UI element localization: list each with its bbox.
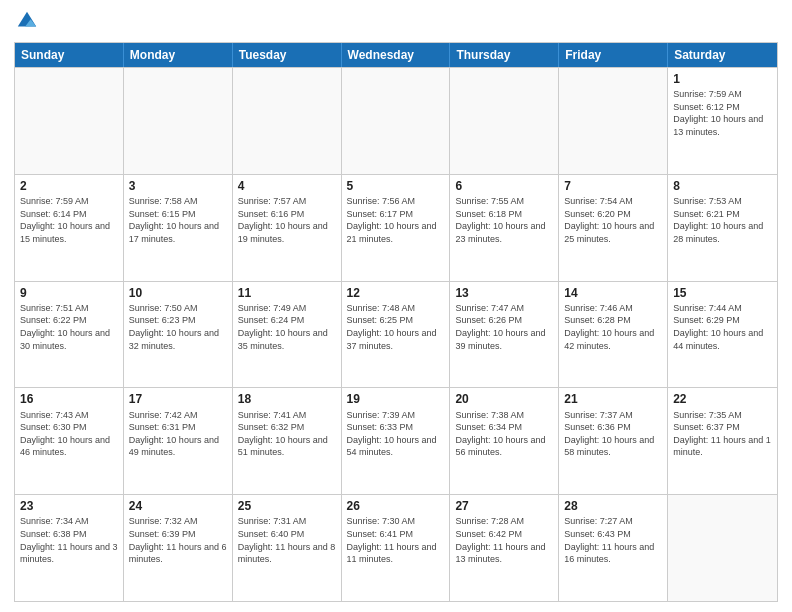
cal-header-tuesday: Tuesday	[233, 43, 342, 67]
cal-cell	[450, 68, 559, 174]
day-number: 5	[347, 178, 445, 194]
cal-cell: 4Sunrise: 7:57 AM Sunset: 6:16 PM Daylig…	[233, 175, 342, 281]
day-number: 6	[455, 178, 553, 194]
cal-cell: 10Sunrise: 7:50 AM Sunset: 6:23 PM Dayli…	[124, 282, 233, 388]
cell-text: Sunrise: 7:32 AM Sunset: 6:39 PM Dayligh…	[129, 515, 227, 565]
cal-cell: 18Sunrise: 7:41 AM Sunset: 6:32 PM Dayli…	[233, 388, 342, 494]
cell-text: Sunrise: 7:43 AM Sunset: 6:30 PM Dayligh…	[20, 409, 118, 459]
cal-cell: 5Sunrise: 7:56 AM Sunset: 6:17 PM Daylig…	[342, 175, 451, 281]
cal-header-monday: Monday	[124, 43, 233, 67]
header	[14, 10, 778, 36]
cell-text: Sunrise: 7:27 AM Sunset: 6:43 PM Dayligh…	[564, 515, 662, 565]
day-number: 13	[455, 285, 553, 301]
logo	[14, 10, 38, 36]
cal-cell: 6Sunrise: 7:55 AM Sunset: 6:18 PM Daylig…	[450, 175, 559, 281]
day-number: 25	[238, 498, 336, 514]
day-number: 24	[129, 498, 227, 514]
cell-text: Sunrise: 7:35 AM Sunset: 6:37 PM Dayligh…	[673, 409, 772, 459]
day-number: 11	[238, 285, 336, 301]
day-number: 16	[20, 391, 118, 407]
cell-text: Sunrise: 7:46 AM Sunset: 6:28 PM Dayligh…	[564, 302, 662, 352]
cell-text: Sunrise: 7:53 AM Sunset: 6:21 PM Dayligh…	[673, 195, 772, 245]
cal-cell: 3Sunrise: 7:58 AM Sunset: 6:15 PM Daylig…	[124, 175, 233, 281]
cal-week-2: 2Sunrise: 7:59 AM Sunset: 6:14 PM Daylig…	[15, 174, 777, 281]
cal-cell	[342, 68, 451, 174]
cal-cell: 22Sunrise: 7:35 AM Sunset: 6:37 PM Dayli…	[668, 388, 777, 494]
cell-text: Sunrise: 7:49 AM Sunset: 6:24 PM Dayligh…	[238, 302, 336, 352]
page: SundayMondayTuesdayWednesdayThursdayFrid…	[0, 0, 792, 612]
cell-text: Sunrise: 7:55 AM Sunset: 6:18 PM Dayligh…	[455, 195, 553, 245]
cal-cell: 19Sunrise: 7:39 AM Sunset: 6:33 PM Dayli…	[342, 388, 451, 494]
day-number: 4	[238, 178, 336, 194]
day-number: 14	[564, 285, 662, 301]
cal-cell: 20Sunrise: 7:38 AM Sunset: 6:34 PM Dayli…	[450, 388, 559, 494]
day-number: 22	[673, 391, 772, 407]
cal-cell: 16Sunrise: 7:43 AM Sunset: 6:30 PM Dayli…	[15, 388, 124, 494]
day-number: 1	[673, 71, 772, 87]
cal-cell: 8Sunrise: 7:53 AM Sunset: 6:21 PM Daylig…	[668, 175, 777, 281]
cal-cell: 23Sunrise: 7:34 AM Sunset: 6:38 PM Dayli…	[15, 495, 124, 601]
day-number: 20	[455, 391, 553, 407]
cell-text: Sunrise: 7:58 AM Sunset: 6:15 PM Dayligh…	[129, 195, 227, 245]
cell-text: Sunrise: 7:28 AM Sunset: 6:42 PM Dayligh…	[455, 515, 553, 565]
cal-header-saturday: Saturday	[668, 43, 777, 67]
calendar-header-row: SundayMondayTuesdayWednesdayThursdayFrid…	[15, 43, 777, 67]
cell-text: Sunrise: 7:59 AM Sunset: 6:12 PM Dayligh…	[673, 88, 772, 138]
cal-cell: 1Sunrise: 7:59 AM Sunset: 6:12 PM Daylig…	[668, 68, 777, 174]
cell-text: Sunrise: 7:50 AM Sunset: 6:23 PM Dayligh…	[129, 302, 227, 352]
cal-cell: 17Sunrise: 7:42 AM Sunset: 6:31 PM Dayli…	[124, 388, 233, 494]
cell-text: Sunrise: 7:59 AM Sunset: 6:14 PM Dayligh…	[20, 195, 118, 245]
day-number: 3	[129, 178, 227, 194]
cal-cell: 12Sunrise: 7:48 AM Sunset: 6:25 PM Dayli…	[342, 282, 451, 388]
cell-text: Sunrise: 7:57 AM Sunset: 6:16 PM Dayligh…	[238, 195, 336, 245]
cal-cell: 28Sunrise: 7:27 AM Sunset: 6:43 PM Dayli…	[559, 495, 668, 601]
day-number: 27	[455, 498, 553, 514]
cal-cell: 24Sunrise: 7:32 AM Sunset: 6:39 PM Dayli…	[124, 495, 233, 601]
cal-cell: 9Sunrise: 7:51 AM Sunset: 6:22 PM Daylig…	[15, 282, 124, 388]
day-number: 8	[673, 178, 772, 194]
cal-cell: 26Sunrise: 7:30 AM Sunset: 6:41 PM Dayli…	[342, 495, 451, 601]
calendar: SundayMondayTuesdayWednesdayThursdayFrid…	[14, 42, 778, 602]
day-number: 19	[347, 391, 445, 407]
day-number: 23	[20, 498, 118, 514]
logo-icon	[16, 10, 38, 32]
cell-text: Sunrise: 7:48 AM Sunset: 6:25 PM Dayligh…	[347, 302, 445, 352]
cell-text: Sunrise: 7:38 AM Sunset: 6:34 PM Dayligh…	[455, 409, 553, 459]
cell-text: Sunrise: 7:37 AM Sunset: 6:36 PM Dayligh…	[564, 409, 662, 459]
cal-header-friday: Friday	[559, 43, 668, 67]
cell-text: Sunrise: 7:31 AM Sunset: 6:40 PM Dayligh…	[238, 515, 336, 565]
cal-week-5: 23Sunrise: 7:34 AM Sunset: 6:38 PM Dayli…	[15, 494, 777, 601]
day-number: 2	[20, 178, 118, 194]
cal-cell: 13Sunrise: 7:47 AM Sunset: 6:26 PM Dayli…	[450, 282, 559, 388]
day-number: 17	[129, 391, 227, 407]
cal-cell	[233, 68, 342, 174]
cal-cell: 2Sunrise: 7:59 AM Sunset: 6:14 PM Daylig…	[15, 175, 124, 281]
cell-text: Sunrise: 7:30 AM Sunset: 6:41 PM Dayligh…	[347, 515, 445, 565]
cell-text: Sunrise: 7:54 AM Sunset: 6:20 PM Dayligh…	[564, 195, 662, 245]
cal-header-sunday: Sunday	[15, 43, 124, 67]
cell-text: Sunrise: 7:39 AM Sunset: 6:33 PM Dayligh…	[347, 409, 445, 459]
cal-cell: 7Sunrise: 7:54 AM Sunset: 6:20 PM Daylig…	[559, 175, 668, 281]
day-number: 21	[564, 391, 662, 407]
cal-cell: 25Sunrise: 7:31 AM Sunset: 6:40 PM Dayli…	[233, 495, 342, 601]
cal-cell	[124, 68, 233, 174]
day-number: 7	[564, 178, 662, 194]
cal-cell: 11Sunrise: 7:49 AM Sunset: 6:24 PM Dayli…	[233, 282, 342, 388]
cal-cell: 15Sunrise: 7:44 AM Sunset: 6:29 PM Dayli…	[668, 282, 777, 388]
cal-cell: 27Sunrise: 7:28 AM Sunset: 6:42 PM Dayli…	[450, 495, 559, 601]
day-number: 10	[129, 285, 227, 301]
cell-text: Sunrise: 7:51 AM Sunset: 6:22 PM Dayligh…	[20, 302, 118, 352]
calendar-body: 1Sunrise: 7:59 AM Sunset: 6:12 PM Daylig…	[15, 67, 777, 601]
day-number: 12	[347, 285, 445, 301]
cell-text: Sunrise: 7:42 AM Sunset: 6:31 PM Dayligh…	[129, 409, 227, 459]
cal-cell	[668, 495, 777, 601]
cal-cell	[15, 68, 124, 174]
day-number: 26	[347, 498, 445, 514]
cell-text: Sunrise: 7:41 AM Sunset: 6:32 PM Dayligh…	[238, 409, 336, 459]
cell-text: Sunrise: 7:44 AM Sunset: 6:29 PM Dayligh…	[673, 302, 772, 352]
day-number: 9	[20, 285, 118, 301]
cell-text: Sunrise: 7:47 AM Sunset: 6:26 PM Dayligh…	[455, 302, 553, 352]
cell-text: Sunrise: 7:56 AM Sunset: 6:17 PM Dayligh…	[347, 195, 445, 245]
cal-header-thursday: Thursday	[450, 43, 559, 67]
cal-week-1: 1Sunrise: 7:59 AM Sunset: 6:12 PM Daylig…	[15, 67, 777, 174]
